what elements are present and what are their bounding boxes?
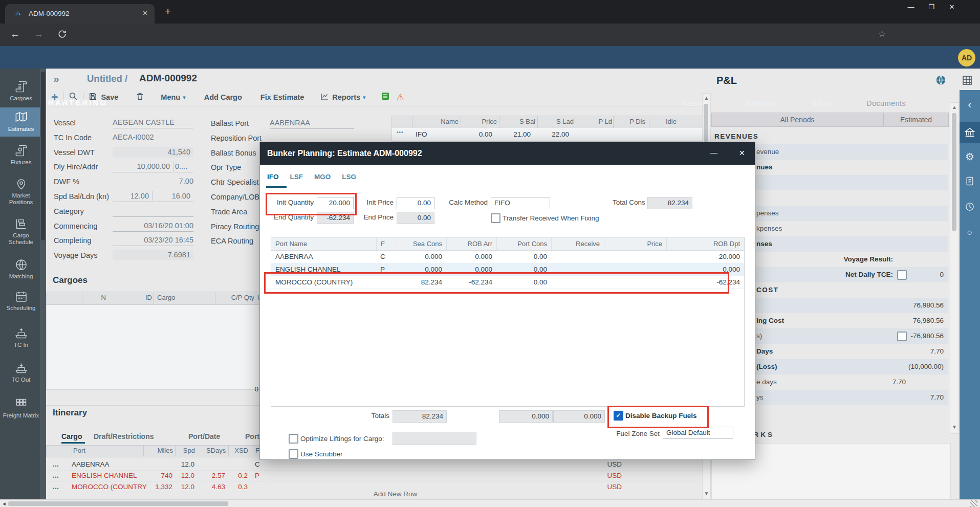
cargoes-col-header[interactable]: ID	[118, 292, 155, 304]
bunker-col-header[interactable]: Price	[604, 237, 666, 250]
form-field[interactable]: 03/23/20 16:45	[113, 235, 193, 246]
transfer-received-checkbox[interactable]	[491, 213, 500, 223]
sidebar-item-cargoes[interactable]: Cargoes	[0, 77, 42, 106]
form-field[interactable]: 0....	[175, 161, 193, 172]
bunker-col-header[interactable]: F	[376, 237, 397, 250]
save-icon[interactable]	[89, 92, 97, 103]
form-field[interactable]: 16.00	[154, 191, 193, 202]
sidebar-item-freight-matrix[interactable]: Freight Matrix	[0, 394, 42, 423]
new-tab-button[interactable]: +	[165, 5, 171, 17]
sidebar-item-cargo-schedule[interactable]: Cargo Schedule	[0, 214, 42, 250]
main-scrollbar-up-icon[interactable]: ▲	[703, 95, 710, 101]
resize-grip[interactable]	[970, 500, 977, 507]
bunker-col-header[interactable]: Receive	[551, 237, 604, 250]
fuel-col-header[interactable]: S Lad	[537, 116, 578, 128]
modal-tab-lsf[interactable]: LSF	[290, 173, 303, 181]
nav-link-analytics[interactable]: Analytics	[746, 99, 778, 107]
pnl-row-checkbox[interactable]	[897, 332, 907, 341]
collapse-rail-icon[interactable]: ‹	[960, 98, 980, 112]
cargoes-col-header[interactable]: N	[82, 292, 109, 304]
optimize-liftings-checkbox[interactable]	[289, 434, 298, 444]
pnl-col-all-periods[interactable]: All Periods	[711, 113, 883, 127]
expand-panel-icon[interactable]: »	[53, 73, 59, 85]
pnl-row-checkbox[interactable]	[897, 270, 907, 280]
row-menu-dots-icon[interactable]: •••	[397, 129, 404, 135]
form-field[interactable]: 7.00	[113, 176, 193, 187]
fuel-col-header[interactable]: Price	[461, 116, 501, 128]
bunker-col-header[interactable]: Port Name	[271, 237, 376, 250]
validation-warning-icon[interactable]: ⚠	[397, 92, 404, 103]
delete-icon[interactable]	[136, 92, 144, 103]
form-field[interactable]: AECA-I0002	[113, 132, 193, 143]
rail-history-icon[interactable]	[960, 202, 980, 214]
rail-home-tile[interactable]	[960, 122, 980, 143]
modal-header[interactable]: Bunker Planning: Estimate ADM-000992 — ✕	[260, 142, 755, 165]
rail-notes-icon[interactable]	[960, 176, 980, 188]
bunker-col-header[interactable]: Sea Cons	[397, 237, 446, 250]
rail-settings-icon[interactable]: ⚙	[960, 150, 980, 163]
bookmark-star-icon[interactable]: ☆	[878, 29, 886, 39]
bunker-col-header[interactable]: ROB Arr	[446, 237, 496, 250]
browser-tab[interactable]: ADM-000992 ✕	[5, 4, 155, 24]
add-new-row-button[interactable]: Add New Row	[46, 490, 745, 498]
avatar[interactable]: AD	[958, 49, 975, 67]
form-field[interactable]	[113, 206, 193, 217]
calc-method-input[interactable]: FIFO	[491, 197, 550, 209]
itinerary-tab-port-date[interactable]: Port/Date	[188, 432, 220, 440]
itinerary-row[interactable]: •••AABENRAA12.0CUSD	[46, 459, 702, 471]
save-button[interactable]: Save	[101, 93, 118, 101]
horizontal-scrollbar[interactable]: ◄	[0, 499, 980, 507]
window-minimize-button[interactable]: —	[901, 3, 921, 11]
sidebar-item-matching[interactable]: Matching	[0, 255, 42, 284]
rail-status-icon[interactable]: ○	[960, 227, 980, 238]
modal-minimize-icon[interactable]: —	[710, 148, 717, 157]
itinerary-col-header[interactable]: Miles	[143, 445, 174, 456]
sidebar-scrollbar-thumb[interactable]	[41, 72, 45, 240]
nav-link-documents[interactable]: Documents	[866, 99, 906, 107]
pnl-scrollbar[interactable]: ▲ ▼	[950, 102, 959, 434]
add-cargo-button[interactable]: Add Cargo	[204, 93, 242, 101]
itinerary-tab-cargo[interactable]: Cargo	[61, 432, 82, 440]
itinerary-tab-draft-restrictions[interactable]: Draft/Restrictions	[94, 432, 154, 440]
forward-button[interactable]: →	[34, 29, 43, 40]
form-field[interactable]: AABENRAA	[270, 118, 354, 129]
form-field[interactable]: AEGEAN CASTLE	[113, 117, 193, 128]
hscroll-thumb[interactable]	[8, 501, 228, 506]
fuel-col-header[interactable]: Name	[412, 116, 463, 128]
itinerary-col-header[interactable]: Spd	[175, 445, 196, 456]
globe-icon[interactable]	[935, 75, 946, 87]
modal-close-icon[interactable]: ✕	[739, 149, 745, 157]
cargoes-col-header[interactable]: C/P Qty	[215, 292, 257, 304]
reports-button[interactable]: Reports	[332, 93, 360, 101]
fuel-col-header[interactable]: P Ld	[576, 116, 616, 128]
pnl-col-estimated[interactable]: Estimated	[883, 113, 949, 127]
bunker-row[interactable]: AABENRAAC0.0000.0000.0020.000	[271, 250, 744, 263]
search-icon[interactable]	[69, 92, 78, 103]
reload-button[interactable]	[57, 29, 67, 41]
pnl-scrollbar-up-icon[interactable]: ▲	[950, 104, 959, 110]
breadcrumb-untitled[interactable]: Untitled /	[87, 73, 127, 84]
itinerary-col-header[interactable]: SDays	[205, 445, 227, 456]
form-field[interactable]: 03/16/20 01:00	[113, 221, 193, 232]
sidebar-item-scheduling[interactable]: Scheduling	[0, 286, 42, 316]
itinerary-col-header[interactable]: XSD	[228, 445, 249, 456]
modal-tab-ifo[interactable]: IFO	[267, 173, 279, 181]
export-excel-icon[interactable]	[381, 92, 389, 102]
menu-button[interactable]: Menu	[161, 93, 180, 101]
hscroll-left-icon[interactable]: ◄	[2, 501, 7, 506]
sidebar-item-tc-out[interactable]: TC Out	[0, 358, 42, 387]
sidebar-item-fixtures[interactable]: Fixtures	[0, 141, 42, 170]
modal-tab-lsg[interactable]: LSG	[342, 173, 356, 181]
form-field[interactable]: 10,000.00	[113, 161, 173, 172]
bunker-col-header[interactable]: Port Cons	[496, 237, 551, 250]
use-scrubber-checkbox[interactable]	[289, 449, 298, 459]
back-button[interactable]: ←	[10, 29, 20, 40]
window-restore-button[interactable]: ❐	[921, 3, 942, 11]
main-scrollbar-down-icon[interactable]: ▼	[703, 491, 710, 496]
fuel-zone-input[interactable]: Global Default	[663, 427, 733, 439]
fuel-col-header[interactable]: P Dis	[613, 116, 649, 128]
pnl-scrollbar-thumb[interactable]	[952, 113, 956, 231]
add-button[interactable]: +	[51, 91, 58, 104]
modal-tab-mgo[interactable]: MGO	[314, 173, 331, 181]
sidebar-item-market-positions[interactable]: Market Positions	[0, 174, 42, 210]
